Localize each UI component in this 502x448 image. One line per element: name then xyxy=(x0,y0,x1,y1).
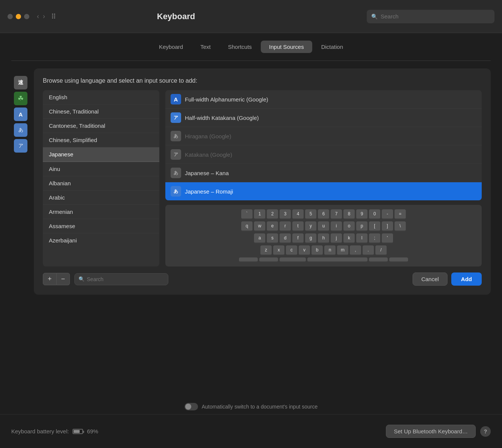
tab-dictation[interactable]: Dictation xyxy=(313,41,351,53)
lang-armenian[interactable]: Armenian xyxy=(43,205,159,219)
kb-key: [ xyxy=(369,221,380,231)
kb-key: 9 xyxy=(356,209,367,219)
lang-arabic[interactable]: Arabic xyxy=(43,191,159,205)
input-hiragana-google[interactable]: あ Hiragana (Google) xyxy=(165,127,482,145)
main-content: Keyboard Text Shortcuts Input Sources Di… xyxy=(0,33,502,302)
kb-key: 5 xyxy=(305,209,316,219)
kb-key: w xyxy=(254,221,265,231)
kb-key: 3 xyxy=(280,209,291,219)
lang-chinese-traditional[interactable]: Chinese, Traditional xyxy=(43,104,159,119)
kb-key: j xyxy=(331,233,342,243)
dialog: Browse using language and select an inpu… xyxy=(34,68,491,295)
kb-key: f xyxy=(292,233,304,243)
keyboard-visual: ` 1 2 3 4 5 6 7 8 9 0 - = xyxy=(165,205,482,266)
sidebar-icon-a[interactable]: A xyxy=(14,107,27,121)
input-icon-hira: あ xyxy=(171,131,181,141)
content-area: 速 ☘ A あ ア Browse using language and sele… xyxy=(11,68,491,295)
kb-key: b xyxy=(311,245,323,255)
battery-fill xyxy=(74,430,80,433)
battery-percent: 69% xyxy=(87,428,98,434)
input-japanese-kana[interactable]: あ Japanese – Kana xyxy=(165,164,482,182)
kb-row-5 xyxy=(170,257,477,262)
title-bar: ‹ › ⠿ Keyboard 🔍 xyxy=(0,0,502,33)
cancel-button[interactable]: Cancel xyxy=(413,272,448,286)
help-button[interactable]: ? xyxy=(480,426,491,437)
bluetooth-keyboard-button[interactable]: Set Up Bluetooth Keyboard… xyxy=(386,425,476,438)
language-search-input[interactable] xyxy=(87,276,164,282)
lang-japanese[interactable]: Japanese xyxy=(43,147,159,162)
kb-key: m xyxy=(337,245,348,255)
add-button[interactable]: Add xyxy=(451,272,482,286)
left-bottom: + − 🔍 xyxy=(43,273,168,285)
auto-switch-toggle[interactable] xyxy=(184,403,198,410)
kb-row-1: ` 1 2 3 4 5 6 7 8 9 0 - = xyxy=(170,209,477,219)
lang-ainu[interactable]: Ainu xyxy=(43,162,159,176)
kb-key xyxy=(389,257,408,262)
sidebar-icon-leaf[interactable]: ☘ xyxy=(14,92,27,105)
input-source-list: A Full-width Alphanumeric (Google) ア Hal… xyxy=(165,90,482,200)
lang-chinese-simplified[interactable]: Chinese, Simplified xyxy=(43,133,159,147)
kb-key xyxy=(259,257,278,262)
input-katakana-google[interactable]: ア Katakana (Google) xyxy=(165,145,482,164)
language-list: English Chinese, Traditional Cantonese, … xyxy=(43,90,159,266)
tab-keyboard[interactable]: Keyboard xyxy=(151,41,191,53)
kb-key: 7 xyxy=(331,209,342,219)
search-input[interactable] xyxy=(381,13,490,20)
sidebar-icon-speed[interactable]: 速 xyxy=(14,76,27,89)
dialog-body: English Chinese, Traditional Cantonese, … xyxy=(43,90,482,266)
kb-key: , xyxy=(350,245,361,255)
tabs: Keyboard Text Shortcuts Input Sources Di… xyxy=(11,41,491,53)
tab-shortcuts[interactable]: Shortcuts xyxy=(220,41,260,53)
search-icon: 🔍 xyxy=(79,276,85,282)
input-half-width-katakana[interactable]: ア Half-width Katakana (Google) xyxy=(165,109,482,127)
lang-albanian[interactable]: Albanian xyxy=(43,176,159,191)
search-field[interactable]: 🔍 xyxy=(74,273,168,285)
kb-key xyxy=(280,257,306,262)
kb-row-2: q w e r t y u i o p [ ] \ xyxy=(170,221,477,231)
kb-key: l xyxy=(356,233,367,243)
input-full-width-alphanumeric[interactable]: A Full-width Alphanumeric (Google) xyxy=(165,90,482,109)
input-icon-romaji: あ xyxy=(171,186,181,197)
kb-key: e xyxy=(267,221,278,231)
kb-key: t xyxy=(292,221,304,231)
kb-key: ] xyxy=(382,221,393,231)
lang-azerbaijani[interactable]: Azerbaijani xyxy=(43,233,159,247)
kb-key: u xyxy=(318,221,329,231)
kb-row-4: z x c v b n m , . / xyxy=(170,245,477,255)
kb-key: - xyxy=(382,209,393,219)
auto-switch-row: Automatically switch to a document's inp… xyxy=(0,403,502,410)
lang-assamese[interactable]: Assamese xyxy=(43,219,159,233)
dialog-instruction: Browse using language and select an inpu… xyxy=(43,77,482,84)
kb-key: k xyxy=(343,233,355,243)
sidebar-icon-hiragana[interactable]: あ xyxy=(14,123,27,137)
bottom-bar: Keyboard battery level: 69% Set Up Bluet… xyxy=(0,414,502,448)
kb-key: \ xyxy=(395,221,406,231)
right-buttons: Cancel Add xyxy=(413,272,482,286)
battery-label: Keyboard battery level: xyxy=(11,428,69,434)
auto-switch-label: Automatically switch to a document's inp… xyxy=(202,404,318,410)
input-japanese-romaji[interactable]: あ Japanese – Romaji xyxy=(165,182,482,200)
title-search-bar[interactable]: 🔍 xyxy=(367,10,494,23)
remove-language-button[interactable]: − xyxy=(57,273,70,285)
add-language-button[interactable]: + xyxy=(43,273,57,285)
sidebar-icons: 速 ☘ A あ ア xyxy=(11,68,30,295)
kb-key: i xyxy=(331,221,342,231)
kb-key: 0 xyxy=(369,209,380,219)
tab-text[interactable]: Text xyxy=(192,41,219,53)
kb-key: h xyxy=(318,233,329,243)
kb-key: / xyxy=(375,245,387,255)
kb-key: z xyxy=(260,245,272,255)
kb-key: = xyxy=(395,209,406,219)
kb-key: ; xyxy=(369,233,380,243)
kb-key: d xyxy=(280,233,291,243)
kb-key xyxy=(239,257,258,262)
lang-english[interactable]: English xyxy=(43,90,159,104)
kb-row-3: a s d f g h j k l ; ' xyxy=(170,233,477,243)
tab-input-sources[interactable]: Input Sources xyxy=(261,41,312,53)
input-icon-a: A xyxy=(171,94,181,104)
sidebar-icon-katakana[interactable]: ア xyxy=(14,139,27,153)
kb-key: 2 xyxy=(267,209,278,219)
kb-key: y xyxy=(305,221,316,231)
kb-key: . xyxy=(363,245,374,255)
lang-cantonese-traditional[interactable]: Cantonese, Traditional xyxy=(43,119,159,133)
